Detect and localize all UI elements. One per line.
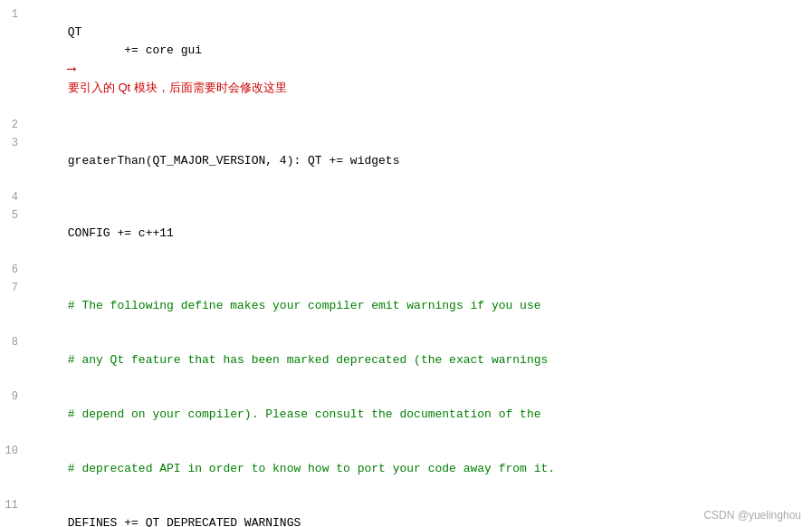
line-num-1: 1 <box>0 5 25 24</box>
code-line-4: 4 <box>0 188 812 206</box>
line-content-11: DEFINES += QT_DEPRECATED_WARNINGS <box>25 496 812 527</box>
line-num-10: 10 <box>0 442 25 460</box>
code-line-10: 10 # deprecated API in order to know how… <box>0 442 812 496</box>
code-area: 1 QT += core gui ⟶ 要引入的 Qt 模块，后面需要时会修改这里… <box>0 0 812 527</box>
line-content-1: QT += core gui ⟶ 要引入的 Qt 模块，后面需要时会修改这里 <box>25 5 812 116</box>
line-content-6 <box>25 261 812 279</box>
line-content-8: # any Qt feature that has been marked de… <box>25 333 812 388</box>
code-line-2: 2 <box>0 116 812 134</box>
line-num-5: 5 <box>0 206 25 225</box>
annotation-line1: 要引入的 Qt 模块，后面需要时会修改这里 <box>68 81 287 94</box>
line-num-4: 4 <box>0 188 25 206</box>
line-content-4 <box>25 188 812 206</box>
line-content-7: # The following define makes your compil… <box>25 279 812 333</box>
line-num-11: 11 <box>0 496 25 514</box>
code-line-9: 9 # depend on your compiler). Please con… <box>0 388 812 442</box>
line-content-2 <box>25 116 812 134</box>
line-num-6: 6 <box>0 261 25 279</box>
line-num-8: 8 <box>0 333 25 351</box>
line-num-3: 3 <box>0 134 25 152</box>
code-line-5: 5 CONFIG += c++11 <box>0 206 812 261</box>
code-line-8: 8 # any Qt feature that has been marked … <box>0 333 812 388</box>
line-num-2: 2 <box>0 116 25 134</box>
line-content-10: # deprecated API in order to know how to… <box>25 442 812 496</box>
code-line-1: 1 QT += core gui ⟶ 要引入的 Qt 模块，后面需要时会修改这里 <box>0 5 812 116</box>
code-line-11: 11 DEFINES += QT_DEPRECATED_WARNINGS <box>0 496 812 527</box>
code-line-3: 3 greaterThan(QT_MAJOR_VERSION, 4): QT +… <box>0 134 812 188</box>
watermark: CSDN @yuelinghou <box>703 509 801 522</box>
code-line-7: 7 # The following define makes your comp… <box>0 279 812 333</box>
line-num-9: 9 <box>0 388 25 406</box>
line-content-9: # depend on your compiler). Please consu… <box>25 388 812 442</box>
line-content-5: CONFIG += c++11 <box>25 206 812 261</box>
line-num-7: 7 <box>0 279 25 297</box>
line-content-3: greaterThan(QT_MAJOR_VERSION, 4): QT += … <box>25 134 812 188</box>
code-line-6: 6 <box>0 261 812 279</box>
